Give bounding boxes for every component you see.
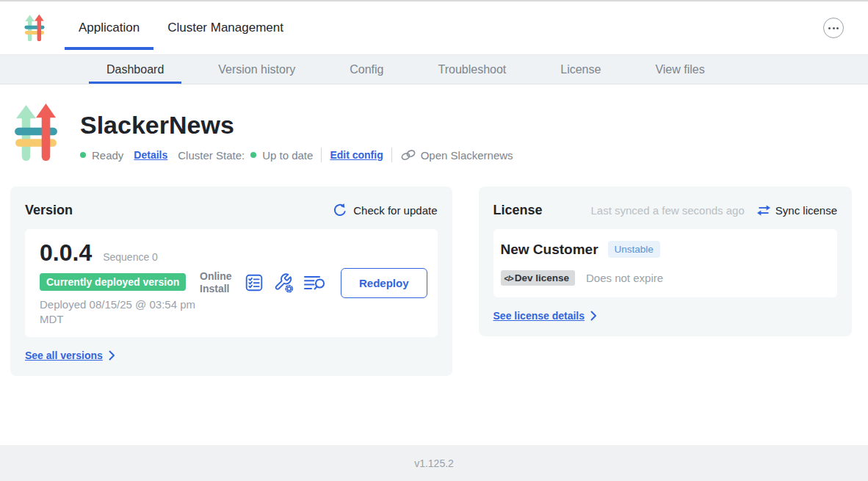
redeploy-button[interactable]: Redeploy: [341, 268, 427, 298]
version-card-title: Version: [25, 203, 73, 218]
edit-config-link[interactable]: Edit config: [330, 149, 383, 161]
overflow-menu-button[interactable]: [823, 18, 844, 38]
deployed-badge: Currently deployed version: [40, 273, 186, 291]
see-license-details-label: See license details: [493, 310, 585, 322]
dashboard-cards: Version Check for update 0.0.4 Sequence …: [10, 187, 852, 376]
app-status-dot: [80, 152, 86, 158]
see-license-details-link[interactable]: See license details: [493, 310, 837, 322]
license-details-panel: New Customer Unstable </> Dev license Do…: [493, 229, 837, 297]
license-type-badge: </> Dev license: [501, 270, 575, 286]
log-search-icon: [303, 274, 326, 292]
tab-cluster-management[interactable]: Cluster Management: [153, 1, 297, 54]
see-all-versions-link[interactable]: See all versions: [25, 350, 438, 361]
sync-arrows-icon: [756, 204, 771, 217]
top-nav-tabs: Application Cluster Management: [65, 1, 297, 54]
tab-license-label: License: [560, 63, 601, 76]
tab-application[interactable]: Application: [65, 1, 153, 54]
page-title: SlackerNews: [80, 111, 513, 140]
tab-config-label: Config: [350, 63, 383, 76]
ellipsis-icon: [828, 27, 831, 29]
app-status-row: Ready Details Cluster State: Up to date …: [80, 148, 513, 162]
tab-dashboard[interactable]: Dashboard: [89, 55, 181, 84]
license-card: License Last synced a few seconds ago Sy…: [479, 187, 852, 336]
checklist-icon: [245, 273, 264, 292]
tab-config[interactable]: Config: [332, 55, 401, 84]
code-icon: </>: [504, 274, 513, 283]
check-for-update-label: Check for update: [353, 204, 437, 217]
refresh-icon: [333, 203, 347, 217]
divider: [391, 148, 392, 162]
license-last-synced: Last synced a few seconds ago: [590, 204, 744, 217]
sync-license-label: Sync license: [775, 204, 837, 217]
deployed-timestamp: Deployed 08/15/25 @ 03:54 pm MDT: [40, 297, 200, 326]
cluster-state-dot: [250, 152, 256, 158]
status-details-link[interactable]: Details: [134, 149, 167, 161]
app-header: SlackerNews Ready Details Cluster State:…: [10, 103, 852, 162]
see-all-versions-label: See all versions: [25, 350, 103, 361]
version-card: Version Check for update 0.0.4 Sequence …: [10, 187, 452, 376]
tab-view-files-label: View files: [655, 63, 704, 76]
app-logo-large-icon: [15, 103, 57, 162]
tab-troubleshoot[interactable]: Troubleshoot: [420, 55, 524, 84]
app-status-text: Ready: [92, 149, 123, 162]
tab-license[interactable]: License: [543, 55, 618, 84]
chevron-right-icon: [109, 350, 115, 361]
app-sub-nav: Dashboard Version history Config Trouble…: [0, 55, 868, 84]
tab-version-history-label: Version history: [218, 63, 295, 76]
app-logo-icon: [24, 14, 45, 42]
link-chain-icon: [400, 148, 416, 162]
license-card-title: License: [493, 203, 543, 218]
current-version-panel: 0.0.4 Sequence 0 Currently deployed vers…: [25, 229, 438, 337]
install-type-label: Online Install: [200, 270, 235, 296]
cluster-state-label: Cluster State:: [178, 149, 245, 162]
license-type-label: Dev license: [515, 272, 569, 283]
top-nav: Application Cluster Management: [0, 1, 868, 55]
cluster-state-value: Up to date: [262, 149, 313, 162]
divider: [321, 148, 322, 162]
console-version: v1.125.2: [414, 458, 454, 469]
preflight-checks-button[interactable]: [245, 273, 264, 292]
check-for-update-link[interactable]: Check for update: [333, 203, 437, 217]
license-expiration: Does not expire: [586, 272, 663, 284]
sync-license-link[interactable]: Sync license: [756, 204, 837, 217]
tab-cluster-management-label: Cluster Management: [167, 21, 283, 35]
dashboard-content: SlackerNews Ready Details Cluster State:…: [0, 84, 868, 445]
chevron-right-icon: [590, 311, 597, 321]
open-app-link[interactable]: Open Slackernews: [400, 148, 513, 162]
tab-view-files[interactable]: View files: [637, 55, 722, 84]
version-sequence: Sequence 0: [103, 251, 158, 263]
config-tools-button[interactable]: [273, 272, 294, 293]
open-app-link-label: Open Slackernews: [421, 149, 513, 162]
tab-application-label: Application: [79, 21, 140, 35]
tab-troubleshoot-label: Troubleshoot: [438, 63, 506, 76]
wrench-gear-icon: [273, 272, 294, 293]
tab-dashboard-label: Dashboard: [106, 63, 164, 76]
version-number: 0.0.4: [40, 239, 92, 267]
console-footer: v1.125.2: [0, 445, 868, 481]
tab-version-history[interactable]: Version history: [200, 55, 313, 84]
customer-name: New Customer: [501, 242, 598, 258]
channel-badge: Unstable: [608, 241, 660, 258]
view-logs-button[interactable]: [303, 274, 326, 292]
